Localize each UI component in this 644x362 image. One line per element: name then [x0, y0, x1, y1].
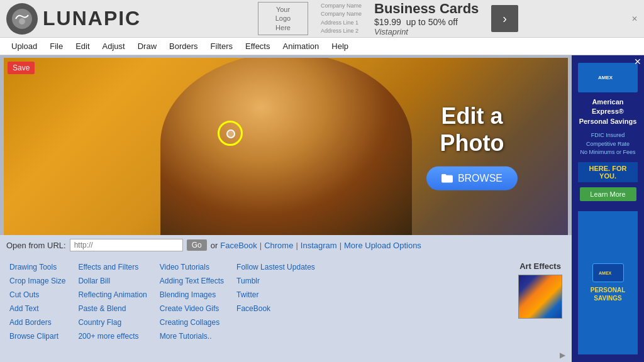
amex-ad-title: American Express®Personal Savings: [577, 97, 639, 126]
ad-close-button[interactable]: ✕: [631, 14, 638, 23]
ad-details: Business Cards $19.99 up to 50% off Vist…: [374, 1, 479, 36]
nav-borders[interactable]: Borders: [163, 39, 204, 53]
right-ad-close-button[interactable]: ✕: [634, 57, 641, 67]
personal-savings-text: PERSONALSAVINGS: [591, 286, 626, 302]
hero-text-overlay: Edit aPhoto BROWSE: [426, 102, 518, 190]
links-col-2: Effects and Filters Dollar Bill Reflecti…: [78, 261, 147, 342]
top-ad-banner: LUNAPIC Your Logo Here Company Name Comp…: [0, 0, 644, 38]
nav-adjust[interactable]: Adjust: [96, 39, 131, 53]
site-logo-area: LUNAPIC: [6, 3, 145, 35]
nav-edit[interactable]: Edit: [69, 39, 96, 53]
fdic-info: FDIC InsuredCompetitive RateNo Minimums …: [580, 131, 635, 157]
folder-icon: [441, 174, 453, 183]
browse-button[interactable]: BROWSE: [426, 167, 518, 190]
chrome-link[interactable]: Chrome: [264, 241, 293, 250]
svg-text:AMEX: AMEX: [599, 271, 612, 275]
ad-logo-placeholder: Your Logo Here: [258, 2, 308, 35]
effects-filters-link[interactable]: Effects and Filters: [78, 261, 147, 273]
here-for-you-label: HERE. FOR YOU.: [578, 162, 638, 182]
browse-clipart-link[interactable]: Browse Clipart: [9, 331, 65, 342]
learn-more-button[interactable]: Learn More: [580, 187, 636, 201]
crop-image-link[interactable]: Crop Image Size: [9, 275, 65, 287]
main-content: Save Edit aPhoto BROWSE Open from URL: G…: [0, 55, 644, 362]
art-effects-section: Art Effects: [518, 261, 562, 342]
bottom-strip: ▶: [0, 348, 572, 362]
ad-cta-button[interactable]: ›: [491, 5, 518, 32]
ad-content: Your Logo Here Company Name Company Name…: [145, 1, 631, 36]
more-effects-link[interactable]: 200+ more effects: [78, 331, 147, 342]
add-text-link[interactable]: Add Text: [9, 303, 65, 314]
save-button[interactable]: Save: [8, 62, 35, 74]
url-bar: Open from URL: Go or FaceBook | Chrome |…: [0, 235, 572, 255]
amex-card-icon: AMEX: [592, 263, 624, 282]
right-ad-sidebar: ✕ AMEX American Express®Personal Savings…: [572, 55, 644, 362]
nav-file[interactable]: File: [43, 39, 69, 53]
links-col-3: Video Tutorials Adding Text Effects Blen…: [160, 261, 224, 342]
country-flag-link[interactable]: Country Flag: [78, 317, 147, 328]
site-logo-text: LUNAPIC: [43, 7, 141, 30]
center-area: Save Edit aPhoto BROWSE Open from URL: G…: [0, 55, 572, 362]
ad-indicator-icon: ▶: [560, 351, 565, 359]
hero-figure: [160, 58, 412, 235]
amex-logo-area: AMEX: [578, 63, 638, 92]
create-video-gifs-link[interactable]: Create Video Gifs: [160, 303, 224, 314]
url-links: or FaceBook | Chrome | Instagram | More …: [211, 241, 421, 250]
creating-collages-link[interactable]: Creating Collages: [160, 317, 224, 328]
facebook-social-link[interactable]: FaceBook: [236, 303, 315, 314]
facebook-link[interactable]: FaceBook: [220, 241, 257, 250]
video-tutorials-link[interactable]: Video Tutorials: [160, 261, 224, 273]
go-button[interactable]: Go: [187, 239, 207, 251]
ad-title: Business Cards: [374, 1, 479, 17]
hero-container: Save Edit aPhoto BROWSE: [4, 58, 568, 235]
tumblr-link[interactable]: Tumblr: [236, 275, 315, 287]
twitter-link[interactable]: Twitter: [236, 289, 315, 300]
follow-updates-link[interactable]: Follow Lastest Updates: [236, 261, 315, 273]
hero-title: Edit aPhoto: [426, 102, 518, 156]
adding-text-link[interactable]: Adding Text Effects: [160, 275, 224, 287]
url-bar-label: Open from URL:: [6, 241, 66, 250]
amex-card-graphic: AMEX: [597, 266, 619, 280]
nav-upload[interactable]: Upload: [5, 39, 43, 53]
links-area: Drawing Tools Crop Image Size Cut Outs A…: [0, 255, 572, 348]
nav-animation[interactable]: Animation: [276, 39, 325, 53]
paste-blend-link[interactable]: Paste & Blend: [78, 303, 147, 314]
drawing-tools-link[interactable]: Drawing Tools: [9, 261, 65, 273]
more-upload-link[interactable]: More Upload Options: [344, 241, 421, 250]
nav-filters[interactable]: Filters: [204, 39, 239, 53]
links-col-1: Drawing Tools Crop Image Size Cut Outs A…: [9, 261, 65, 342]
svg-text:AMEX: AMEX: [598, 75, 613, 80]
main-navbar: Upload File Edit Adjust Draw Borders Fil…: [0, 38, 644, 55]
cursor-indicator: [226, 129, 235, 138]
amex-logo-icon: AMEX: [596, 69, 621, 84]
nav-draw[interactable]: Draw: [131, 39, 163, 53]
ad-subtitle: $19.99 up to 50% off: [374, 17, 479, 27]
links-col-4: Follow Lastest Updates Tumblr Twitter Fa…: [236, 261, 315, 342]
art-effects-label: Art Effects: [519, 261, 561, 271]
add-borders-link[interactable]: Add Borders: [9, 317, 65, 328]
logo-icon: [6, 3, 38, 35]
nav-help[interactable]: Help: [325, 39, 355, 53]
svg-point-1: [19, 18, 25, 25]
url-input[interactable]: [70, 239, 183, 251]
more-tutorials-link[interactable]: More Tutorials..: [160, 331, 224, 342]
ad-brand: Vistaprint: [374, 27, 479, 36]
blending-images-link[interactable]: Blending Images: [160, 289, 224, 300]
ad-company-info: Company Name Company Name Address Line 1…: [321, 2, 362, 36]
amex-bottom-ad: AMEX PERSONALSAVINGS: [578, 211, 638, 354]
cut-outs-link[interactable]: Cut Outs: [9, 289, 65, 300]
nav-effects[interactable]: Effects: [239, 39, 277, 53]
reflecting-anim-link[interactable]: Reflecting Animation: [78, 289, 147, 300]
dollar-bill-link[interactable]: Dollar Bill: [78, 275, 147, 287]
instagram-link[interactable]: Instagram: [301, 241, 337, 250]
art-effects-thumbnail[interactable]: [518, 275, 562, 319]
